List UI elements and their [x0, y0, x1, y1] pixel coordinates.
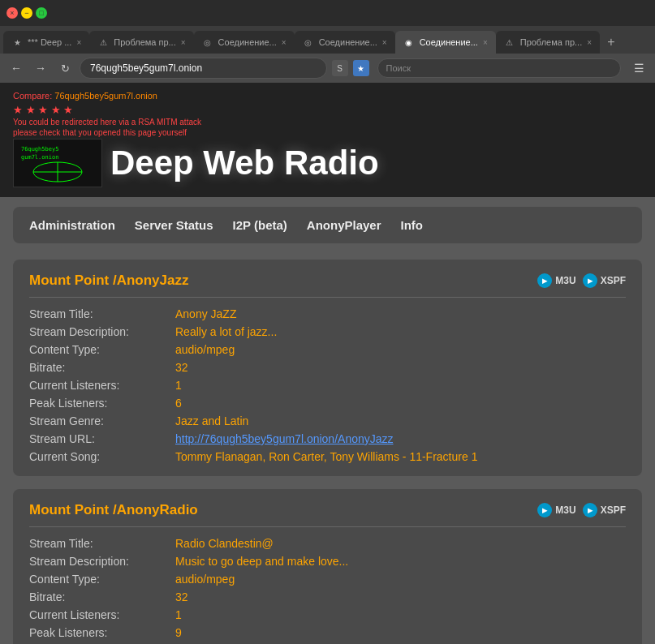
- info-value-radio-4: 1: [175, 608, 182, 621]
- site-title: Deep Web Radio: [110, 144, 379, 182]
- refresh-button[interactable]: ↻: [55, 58, 75, 78]
- maximize-button[interactable]: □: [36, 7, 47, 19]
- banner-area: 76qugh5bey5 gum7l.onion Deep Web Radio: [13, 139, 642, 187]
- tab-3[interactable]: ◎ Соединение... ×: [194, 31, 295, 54]
- stream-info-jazz: Stream Title: Anony JaZZ Stream Descript…: [29, 307, 626, 463]
- nav-item-anonyplayer[interactable]: AnonyPlayer: [307, 218, 381, 232]
- info-label-jazz-6: Stream Genre:: [29, 414, 175, 427]
- browser-menu-button[interactable]: ☰: [629, 58, 649, 78]
- url-input[interactable]: [80, 58, 327, 79]
- tab-1-favicon: ★: [11, 36, 23, 48]
- stream-info-radio: Stream Title: Radio Clandestin@ Stream D…: [29, 537, 626, 639]
- info-row-jazz-7: Stream URL: http://76qugh5bey5gum7l.onio…: [29, 432, 626, 445]
- tab-3-close[interactable]: ×: [282, 38, 287, 47]
- play-icon-xspf-jazz: ▶: [583, 273, 597, 288]
- minimize-button[interactable]: −: [21, 7, 32, 19]
- star-rating: ★ ★ ★ ★ ★: [13, 104, 642, 116]
- svg-text:gum7l.onion: gum7l.onion: [21, 154, 58, 161]
- tab-4-close[interactable]: ×: [382, 38, 387, 47]
- info-label-radio-1: Stream Description:: [29, 555, 175, 568]
- info-value-radio-5: 9: [175, 626, 182, 639]
- close-button[interactable]: ×: [6, 7, 18, 19]
- compare-label: Compare:: [13, 91, 52, 101]
- nav-menu: Administration Server Status I2P (beta) …: [13, 207, 642, 243]
- info-row-jazz-6: Stream Genre: Jazz and Latin: [29, 414, 626, 427]
- bookmark-button[interactable]: ★: [353, 60, 369, 76]
- mount-card-jazz: Mount Point /AnonyJazz ▶ M3U ▶ XSPF: [13, 260, 642, 476]
- xspf-label-jazz: XSPF: [601, 275, 626, 286]
- m3u-label-jazz: M3U: [555, 275, 575, 286]
- tab-4[interactable]: ◎ Соединение... ×: [295, 31, 395, 54]
- info-value-radio-3: 32: [175, 590, 188, 603]
- info-value-radio-1: Music to go deep and make love...: [175, 555, 348, 568]
- info-label-jazz-2: Content Type:: [29, 343, 175, 356]
- warning-text-1: You could be redirected here via a RSA M…: [13, 118, 642, 127]
- extension-icon: S: [332, 60, 348, 76]
- info-label-radio-2: Content Type:: [29, 573, 175, 586]
- cards-area: Mount Point /AnonyJazz ▶ M3U ▶ XSPF: [0, 253, 655, 644]
- info-row-jazz-2: Content Type: audio/mpeg: [29, 343, 626, 356]
- tab-6[interactable]: ⚠ Проблема пр... ×: [496, 31, 600, 54]
- tabs-bar: ★ *** Deep ... × ⚠ Проблема пр... × ◎ Со…: [0, 26, 655, 54]
- card-actions-jazz: ▶ M3U ▶ XSPF: [537, 273, 626, 288]
- info-value-jazz-1: Really a lot of jazz...: [175, 325, 277, 338]
- tab-3-favicon: ◎: [202, 36, 213, 48]
- nav-item-i2p[interactable]: I2P (beta): [233, 218, 287, 232]
- info-value-jazz-4: 1: [175, 379, 182, 392]
- m3u-button-jazz[interactable]: ▶ M3U: [537, 273, 575, 288]
- tab-1-close[interactable]: ×: [76, 38, 81, 47]
- warning-text-2: please check that you opened this page y…: [13, 128, 642, 137]
- info-row-jazz-3: Bitrate: 32: [29, 361, 626, 374]
- tab-2[interactable]: ⚠ Проблема пр... ×: [89, 31, 193, 54]
- info-label-jazz-4: Current Listeners:: [29, 379, 175, 392]
- info-value-jazz-7[interactable]: http://76qugh5bey5gum7l.onion/AnonyJazz: [175, 432, 394, 445]
- nav-item-info[interactable]: Info: [401, 218, 424, 232]
- info-row-radio-5: Peak Listeners: 9: [29, 626, 626, 639]
- tab-5-favicon: ◉: [403, 36, 415, 48]
- tab-2-title: Проблема пр...: [114, 37, 175, 47]
- nav-item-administration[interactable]: Administration: [29, 218, 115, 232]
- info-label-radio-5: Peak Listeners:: [29, 626, 175, 639]
- info-row-jazz-1: Stream Description: Really a lot of jazz…: [29, 325, 626, 338]
- tab-5-title: Соединение...: [420, 37, 478, 47]
- play-icon-xspf-radio: ▶: [583, 503, 597, 517]
- info-row-jazz-4: Current Listeners: 1: [29, 379, 626, 392]
- info-label-jazz-1: Stream Description:: [29, 325, 175, 338]
- info-row-jazz-5: Peak Listeners: 6: [29, 397, 626, 410]
- new-tab-button[interactable]: +: [600, 31, 623, 54]
- card-title-jazz: Mount Point /AnonyJazz: [29, 273, 188, 289]
- info-row-radio-3: Bitrate: 32: [29, 590, 626, 603]
- back-button[interactable]: ←: [6, 58, 26, 78]
- info-label-jazz-3: Bitrate:: [29, 361, 175, 374]
- site-logo: 76qugh5bey5 gum7l.onion: [13, 139, 102, 187]
- compare-url: 76qugh5bey5gum7l.onion: [54, 91, 157, 101]
- info-label-jazz-5: Peak Listeners:: [29, 397, 175, 410]
- tab-4-title: Соединение...: [319, 37, 377, 47]
- tab-5[interactable]: ◉ Соединение... ×: [395, 31, 496, 54]
- browser-frame: × − □ ★ *** Deep ... × ⚠ Проблема пр... …: [0, 0, 655, 644]
- info-value-jazz-3: 32: [175, 361, 188, 374]
- play-icon-m3u-radio: ▶: [537, 503, 552, 517]
- nav-item-server-status[interactable]: Server Status: [135, 218, 213, 232]
- mount-card-radio: Mount Point /AnonyRadio ▶ M3U ▶ XSPF: [13, 489, 642, 644]
- tab-2-close[interactable]: ×: [181, 38, 186, 47]
- m3u-button-radio[interactable]: ▶ M3U: [537, 503, 575, 517]
- tab-3-title: Соединение...: [218, 37, 277, 47]
- address-bar: ← → ↻ S ★ Поиск ☰: [0, 54, 655, 83]
- info-row-radio-0: Stream Title: Radio Clandestin@: [29, 537, 626, 550]
- xspf-button-radio[interactable]: ▶ XSPF: [583, 503, 626, 517]
- tab-1[interactable]: ★ *** Deep ... ×: [3, 31, 89, 54]
- info-row-jazz-0: Stream Title: Anony JaZZ: [29, 307, 626, 320]
- xspf-button-jazz[interactable]: ▶ XSPF: [583, 273, 626, 288]
- info-label-radio-0: Stream Title:: [29, 537, 175, 550]
- forward-button[interactable]: →: [31, 58, 50, 78]
- site-header: Compare: 76qugh5bey5gum7l.onion ★ ★ ★ ★ …: [0, 83, 655, 197]
- search-placeholder: Поиск: [386, 63, 411, 73]
- info-value-jazz-2: audio/mpeg: [175, 343, 235, 356]
- info-label-radio-3: Bitrate:: [29, 590, 175, 603]
- info-value-jazz-8: Tommy Flanagan, Ron Carter, Tony William…: [175, 450, 477, 463]
- tab-5-close[interactable]: ×: [483, 38, 488, 47]
- info-row-jazz-8: Current Song: Tommy Flanagan, Ron Carter…: [29, 450, 626, 463]
- window-controls: × − □: [6, 7, 47, 19]
- tab-6-close[interactable]: ×: [587, 38, 592, 47]
